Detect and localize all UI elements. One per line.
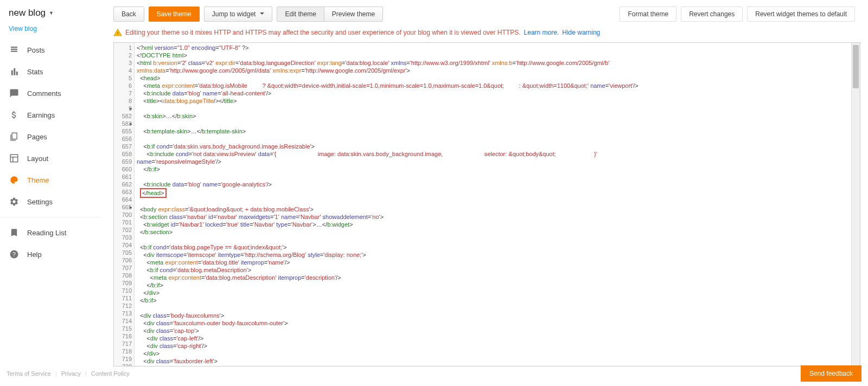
sidebar-item-label: Reading List: [27, 229, 66, 237]
revert-changes-button[interactable]: Revert changes: [681, 7, 743, 22]
stats-icon: [9, 66, 20, 77]
layout-icon: [9, 153, 20, 164]
sidebar-item-label: Stats: [27, 68, 43, 76]
svg-rect-1: [10, 155, 18, 162]
sidebar-item-label: Pages: [27, 133, 47, 141]
back-button[interactable]: Back: [113, 7, 144, 22]
sidebar-item-reading-list[interactable]: Reading List: [0, 222, 100, 243]
caret-down-icon: ▼: [49, 10, 54, 16]
hide-warning-link[interactable]: Hide warning: [562, 29, 600, 36]
sidebar-item-theme[interactable]: Theme: [0, 169, 100, 191]
editor-code-area[interactable]: <?xml version="1.0" encoding="UTF-8" ?><…: [135, 43, 851, 366]
footer: Terms of Service | Privacy | Content Pol…: [0, 361, 868, 386]
gear-icon: [9, 196, 20, 207]
sidebar-item-label: Layout: [27, 155, 48, 163]
sidebar-item-label: Help: [27, 250, 42, 259]
sidebar-item-label: Settings: [27, 198, 53, 206]
sidebar-divider: [0, 217, 100, 217]
svg-rect-0: [12, 133, 17, 139]
toolbar: Back Save theme Jump to widget Edit them…: [100, 0, 868, 26]
sidebar-item-posts[interactable]: Posts: [0, 39, 100, 61]
bookmark-icon: [9, 227, 20, 238]
sidebar-item-earnings[interactable]: Earnings: [0, 104, 100, 126]
save-theme-button[interactable]: Save theme: [149, 7, 200, 22]
terms-link[interactable]: Terms of Service: [7, 370, 51, 377]
sidebar-item-label: Theme: [27, 176, 49, 184]
vertical-scrollbar[interactable]: [851, 43, 860, 366]
dollar-icon: [9, 110, 20, 120]
sidebar-item-label: Posts: [27, 46, 45, 54]
format-theme-button[interactable]: Format theme: [620, 7, 676, 22]
main-content: Back Save theme Jump to widget Edit them…: [100, 0, 868, 386]
comments-icon: [9, 88, 20, 99]
privacy-link[interactable]: Privacy: [61, 370, 81, 377]
warning-bar: ! Editing your theme so it mixes HTTP an…: [100, 26, 868, 42]
learn-more-link[interactable]: Learn more.: [524, 29, 559, 36]
code-editor[interactable]: 123456789▸582583▸65565665765865966066166…: [113, 42, 860, 366]
posts-icon: [9, 44, 20, 55]
svg-text:?: ?: [12, 251, 16, 258]
view-blog-link[interactable]: View blog: [0, 21, 100, 39]
jump-to-widget-dropdown[interactable]: Jump to widget: [204, 7, 273, 22]
pages-icon: [9, 131, 20, 142]
sidebar-item-label: Comments: [27, 89, 61, 98]
sidebar-item-stats[interactable]: Stats: [0, 61, 100, 82]
blog-title-text: new blog: [9, 8, 46, 18]
warning-text: Editing your theme so it mixes HTTP and …: [125, 29, 521, 36]
scrollbar-thumb[interactable]: [853, 45, 859, 88]
content-policy-link[interactable]: Content Policy: [91, 370, 130, 377]
theme-icon: [9, 175, 20, 185]
sidebar-item-comments[interactable]: Comments: [0, 82, 100, 104]
help-icon: ?: [9, 249, 20, 260]
editor-gutter: 123456789▸582583▸65565665765865966066166…: [114, 43, 135, 366]
svg-text:!: !: [117, 31, 118, 36]
sidebar-item-label: Earnings: [27, 111, 55, 119]
revert-widget-themes-button[interactable]: Revert widget themes to default: [747, 7, 855, 22]
warning-icon: !: [113, 28, 122, 37]
sidebar: new blog ▼ View blog Posts Stats Comment…: [0, 0, 100, 386]
edit-theme-tab[interactable]: Edit theme: [277, 7, 324, 22]
sidebar-item-help[interactable]: ? Help: [0, 243, 100, 265]
sidebar-item-layout[interactable]: Layout: [0, 147, 100, 169]
sidebar-item-pages[interactable]: Pages: [0, 126, 100, 147]
blog-title-dropdown[interactable]: new blog ▼: [0, 5, 100, 21]
preview-theme-tab[interactable]: Preview theme: [324, 7, 383, 22]
theme-view-tabs: Edit theme Preview theme: [277, 7, 383, 22]
highlighted-close-head: </head>: [140, 188, 166, 198]
sidebar-item-settings[interactable]: Settings: [0, 191, 100, 213]
send-feedback-button[interactable]: Send feedback: [801, 365, 861, 382]
